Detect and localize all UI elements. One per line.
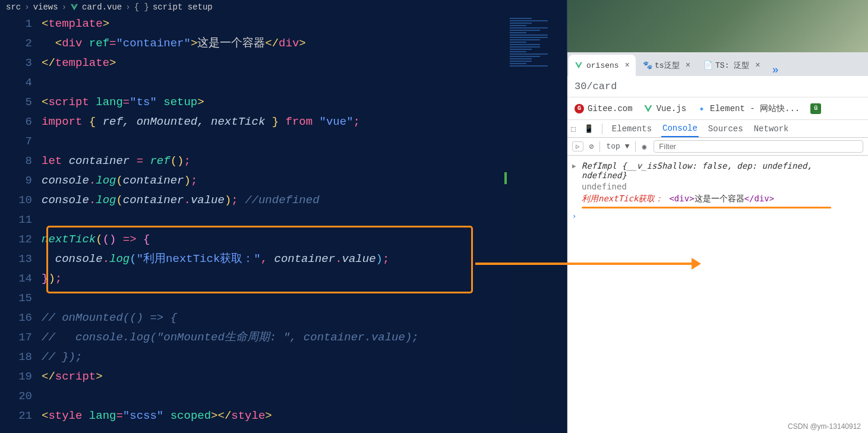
url-text: 30/card: [575, 81, 617, 92]
vue-icon: [575, 61, 583, 69]
filter-input[interactable]: [654, 140, 863, 153]
code-content[interactable]: <template> <div ref="container">这是一个容器</…: [42, 14, 567, 433]
close-icon[interactable]: ×: [625, 61, 630, 70]
bookmarks-bar: GGitee.com Vue.js ◆Element - 网站快... ü: [567, 97, 868, 120]
console-message: 利用nextTick获取：: [582, 194, 663, 204]
context-selector[interactable]: top ▼: [606, 142, 629, 151]
site-icon: 📄: [703, 61, 712, 69]
chevron-right-icon: [62, 2, 67, 12]
divider: [602, 124, 602, 134]
git-gutter-indicator: [504, 172, 507, 184]
breadcrumb-symbol[interactable]: script setup: [153, 2, 213, 12]
browser-tab-active[interactable]: orisens ×: [569, 55, 636, 76]
site-icon: ü: [810, 103, 821, 114]
close-icon[interactable]: ×: [755, 61, 760, 70]
expand-tabs-icon[interactable]: »: [768, 64, 784, 76]
braces-icon: { }: [134, 2, 149, 12]
watermark: CSDN @ym-13140912: [788, 422, 861, 431]
gitee-icon: G: [575, 104, 584, 113]
bookmark-vue[interactable]: Vue.js: [643, 104, 686, 113]
eye-icon[interactable]: ◉: [642, 142, 646, 151]
vue-icon: [643, 104, 653, 113]
tab-label: orisens: [586, 61, 619, 70]
tab-label: ts泛型: [655, 60, 680, 71]
url-bar[interactable]: 30/card: [567, 76, 868, 97]
console-toolbar: ▷ ⊘ top ▼ ◉: [567, 138, 868, 156]
browser-devtools-panel: orisens × 🐾 ts泛型 × 📄 TS: 泛型 × » 30/card …: [567, 0, 868, 433]
baidu-icon: 🐾: [643, 61, 651, 69]
console-line-undefined: undefined: [572, 182, 863, 191]
divider: [599, 141, 600, 152]
clear-icon[interactable]: ⊘: [589, 142, 594, 151]
annotation-arrow: [475, 263, 695, 265]
bookmark-other[interactable]: ü: [810, 103, 821, 114]
chevron-right-icon: [24, 2, 29, 12]
element-icon: ◆: [697, 104, 706, 113]
divider: [635, 141, 636, 152]
inspect-icon[interactable]: ⬚: [571, 124, 576, 134]
code-editor-panel: src views card.vue { } script setup 1 2 …: [0, 0, 567, 433]
console-prompt-icon[interactable]: ›: [572, 208, 863, 220]
console-line-highlight: 利用nextTick获取： <div>这是一个容器</div>: [572, 191, 863, 207]
browser-tab[interactable]: 🐾 ts泛型 ×: [637, 55, 696, 76]
console-output: ▶ RefImpl {__v_isShallow: false, dep: un…: [567, 156, 868, 224]
tab-console[interactable]: Console: [661, 121, 699, 137]
expand-icon[interactable]: ▶: [572, 161, 579, 170]
play-icon[interactable]: ▷: [572, 141, 583, 151]
breadcrumb-src[interactable]: src: [6, 2, 21, 12]
console-line-object[interactable]: ▶ RefImpl {__v_isShallow: false, dep: un…: [572, 159, 863, 182]
bookmark-element[interactable]: ◆Element - 网站快...: [697, 103, 800, 114]
code-editor[interactable]: 1 2 3 4 5 6 7 8 9 10 11 12 13 14 15 16 1…: [0, 14, 567, 433]
minimap[interactable]: [507, 15, 567, 425]
browser-tab[interactable]: 📄 TS: 泛型 ×: [697, 55, 766, 76]
bookmark-gitee[interactable]: GGitee.com: [575, 104, 633, 113]
breadcrumb[interactable]: src views card.vue { } script setup: [0, 0, 567, 14]
vue-icon: [70, 3, 78, 11]
breadcrumb-file[interactable]: card.vue: [82, 2, 122, 12]
tab-sources[interactable]: Sources: [707, 121, 744, 137]
tab-network[interactable]: Network: [753, 121, 790, 137]
devtools-tab-bar: ⬚ 📱 Elements Console Sources Network: [567, 120, 868, 138]
tab-elements[interactable]: Elements: [611, 121, 653, 137]
breadcrumb-views[interactable]: views: [33, 2, 58, 12]
browser-tab-strip: orisens × 🐾 ts泛型 × 📄 TS: 泛型 × »: [567, 52, 868, 76]
chevron-right-icon: [125, 2, 130, 12]
close-icon[interactable]: ×: [686, 61, 690, 70]
device-icon[interactable]: 📱: [584, 124, 594, 134]
tab-label: TS: 泛型: [715, 60, 749, 71]
page-header-image: [567, 0, 868, 52]
line-number-gutter: 1 2 3 4 5 6 7 8 9 10 11 12 13 14 15 16 1…: [0, 14, 42, 433]
